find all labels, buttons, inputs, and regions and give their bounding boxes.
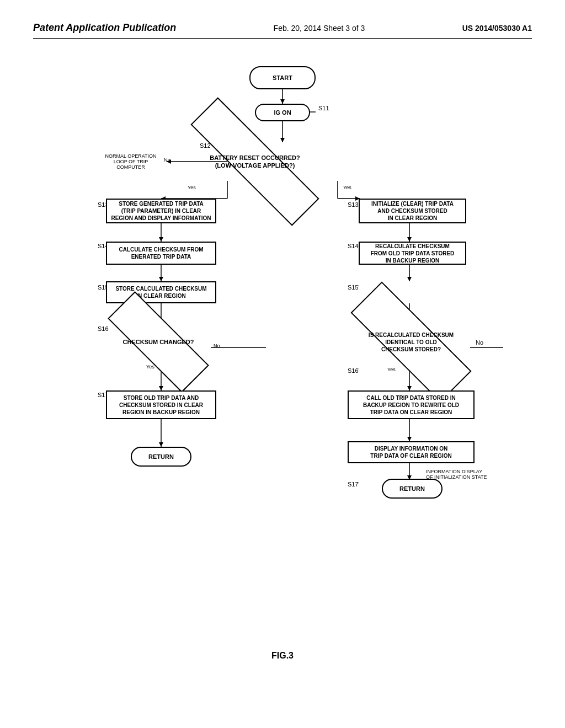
page-header: Patent Application Publication Feb. 20, … <box>33 22 532 39</box>
checksum-no-label: No <box>214 343 220 349</box>
svg-marker-32 <box>159 442 163 447</box>
svg-marker-34 <box>407 437 412 441</box>
svg-marker-3 <box>280 138 285 142</box>
s13p-label: S13' <box>348 201 360 208</box>
svg-marker-15 <box>407 237 412 242</box>
s17p-label: S17' <box>348 481 360 488</box>
initialize-node: INITIALIZE (CLEAR) TRIP DATAAND CHECKSUM… <box>359 199 466 223</box>
store-calculated-node: STORE CALCULATED CHECKSUMIN CLEAR REGION <box>106 281 216 303</box>
svg-marker-13 <box>159 237 163 242</box>
recalculate-node: RECALCULATE CHECKSUMFROM OLD TRIP DATA S… <box>359 242 466 265</box>
battery-reset-no-label: No <box>164 157 170 163</box>
info-display-label: INFORMATION DISPLAYOF INITIALIZATION STA… <box>426 469 498 480</box>
svg-marker-19 <box>407 277 412 281</box>
svg-marker-28 <box>159 386 163 390</box>
flowchart-diagram: No START S11 <box>45 61 520 640</box>
call-old-node: CALL OLD TRIP DATA STORED INBACKUP REGIO… <box>348 390 475 419</box>
normal-op-label: NORMAL OPERATIONLOOP OF TRIP COMPUTER <box>100 153 161 170</box>
checksum-yes-label: Yes <box>146 364 154 370</box>
svg-marker-30 <box>407 386 412 390</box>
s11-label: S11 <box>318 105 329 111</box>
s15p-label: S15' <box>348 284 360 291</box>
recalculated-yes-label: Yes <box>387 367 396 372</box>
ig-on-node: IG ON <box>255 104 310 121</box>
is-recalculated-diamond: IS RECALCULATED CHECKSUMIDENTICAL TO OLD… <box>348 320 475 364</box>
header-patent-number: US 2014/053030 A1 <box>462 24 532 33</box>
svg-marker-17 <box>159 277 163 281</box>
checksum-changed-diamond: CHECKSUM CHANGED? <box>106 323 211 361</box>
header-publication-title: Patent Application Publication <box>33 22 176 34</box>
header-date-sheet: Feb. 20, 2014 Sheet 3 of 3 <box>274 24 365 33</box>
battery-reset-diamond: BATTERY RESET OCCURRED?(LOW VOLTAGE APPL… <box>183 142 327 181</box>
svg-text:No: No <box>476 339 483 346</box>
s14p-label: S14' <box>348 243 360 249</box>
calculate-checksum-node: CALCULATE CHECKSUM FROMENERATED TRIP DAT… <box>106 242 216 265</box>
s16p-label: S16' <box>348 367 360 374</box>
store-generated-node: STORE GENERATED TRIP DATA(TRIP PARAMETER… <box>106 199 216 223</box>
battery-reset-yes-left: Yes <box>188 185 196 190</box>
battery-reset-yes-right: Yes <box>343 185 351 190</box>
figure-label: FIG.3 <box>33 651 532 661</box>
start-node: START <box>249 66 316 89</box>
page: Patent Application Publication Feb. 20, … <box>0 0 565 728</box>
display-info-node: DISPLAY INFORMATION ONTRIP DATA OF CLEAR… <box>348 441 475 463</box>
return-left-node: RETURN <box>131 447 191 467</box>
store-old-node: STORE OLD TRIP DATA ANDCHECKSUM STORED I… <box>106 390 216 419</box>
return-right-node: RETURN <box>382 479 443 499</box>
svg-marker-1 <box>280 99 285 104</box>
